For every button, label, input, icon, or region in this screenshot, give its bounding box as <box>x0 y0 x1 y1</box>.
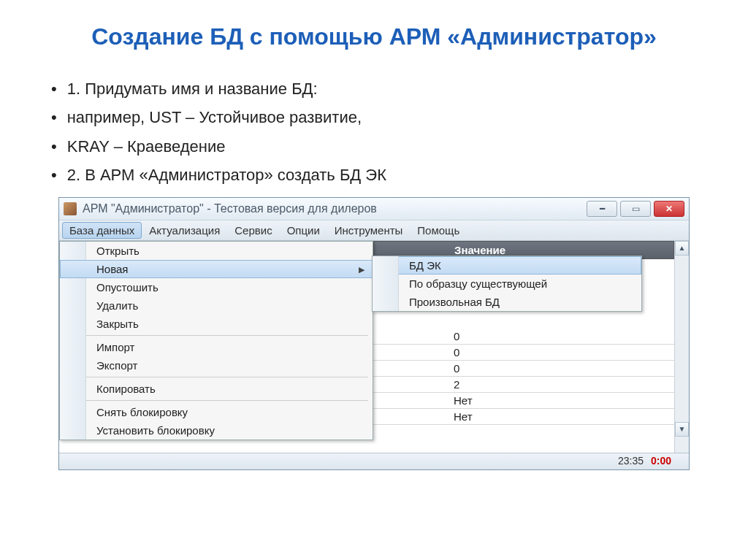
menu-service[interactable]: Сервис <box>227 222 279 239</box>
menu-delete[interactable]: Удалить <box>60 296 373 315</box>
menu-options[interactable]: Опции <box>280 222 327 239</box>
bullet-item: 1. Придумать имя и название БД: <box>51 74 711 104</box>
submenu-by-template[interactable]: По образцу существующей <box>373 275 641 293</box>
menu-new-label: Новая <box>96 263 128 275</box>
maximize-button[interactable]: ▭ <box>620 201 651 217</box>
app-icon <box>64 202 77 215</box>
bullet-item: например, UST – Устойчивое развитие, <box>51 103 711 132</box>
status-time: 23:35 <box>618 455 644 467</box>
menu-unlock[interactable]: Снять блокировку <box>60 403 373 421</box>
submenu-custom-db[interactable]: Произвольная БД <box>373 293 641 311</box>
database-dropdown: Открыть Новая ▶ Опустошить Удалить Закры… <box>59 241 373 440</box>
grid-row: 0 <box>373 345 674 361</box>
slide-title: Создание БД с помощью АРМ «Администратор… <box>37 22 711 53</box>
scroll-up-icon[interactable]: ▲ <box>675 241 689 256</box>
submenu-icon-strip <box>373 256 399 311</box>
bullet-item: 2. В АРМ «Администратор» создать БД ЭК <box>51 161 711 190</box>
new-submenu: БД ЭК По образцу существующей Произвольн… <box>372 256 642 312</box>
scroll-down-icon[interactable]: ▼ <box>675 422 689 437</box>
submenu-arrow-icon: ▶ <box>359 265 365 275</box>
menu-new[interactable]: Новая ▶ <box>60 260 373 278</box>
menu-separator <box>64 335 368 336</box>
minimize-button[interactable]: ━ <box>587 201 617 217</box>
menu-close[interactable]: Закрыть <box>60 315 373 333</box>
submenu-db-ek[interactable]: БД ЭК <box>373 256 641 275</box>
close-button[interactable]: ✕ <box>654 201 684 217</box>
menu-copy[interactable]: Копировать <box>60 380 373 398</box>
grid-row: 0 <box>373 361 674 377</box>
statusbar: 23:35 0:00 <box>59 453 689 469</box>
menu-empty[interactable]: Опустошить <box>60 278 373 296</box>
menubar: База данных Актуализация Сервис Опции Ин… <box>59 220 689 241</box>
bullet-item: KRAY – Краеведение <box>51 132 711 161</box>
menu-lock[interactable]: Установить блокировку <box>60 421 373 440</box>
menu-export[interactable]: Экспорт <box>60 356 373 375</box>
grid-row: 2 <box>373 377 674 393</box>
menu-separator <box>64 377 368 377</box>
grid-row: 0 <box>373 329 674 345</box>
menu-import[interactable]: Импорт <box>60 338 373 356</box>
menu-help[interactable]: Помощь <box>410 222 467 239</box>
titlebar[interactable]: АРМ "Администратор" - Тестовая версия дл… <box>59 198 689 220</box>
menu-tools[interactable]: Инструменты <box>327 222 411 239</box>
content-area: Значение Открыть Новая ▶ Опустошить Удал… <box>59 241 689 453</box>
vertical-scrollbar[interactable]: ▲ ▼ <box>674 241 689 453</box>
menu-separator <box>64 400 368 401</box>
status-extra: 0:00 <box>651 455 671 467</box>
value-grid: 0 0 0 2 Нет Нет <box>373 329 674 425</box>
menu-actualization[interactable]: Актуализация <box>142 222 227 239</box>
grid-row: Нет <box>373 393 674 409</box>
menu-database[interactable]: База данных <box>62 222 142 239</box>
bullet-list: 1. Придумать имя и название БД: например… <box>51 74 711 190</box>
menu-open[interactable]: Открыть <box>60 242 373 260</box>
app-window: АРМ "Администратор" - Тестовая версия дл… <box>58 197 690 470</box>
grid-row: Нет <box>373 409 674 425</box>
window-title: АРМ "Администратор" - Тестовая версия дл… <box>83 202 587 215</box>
